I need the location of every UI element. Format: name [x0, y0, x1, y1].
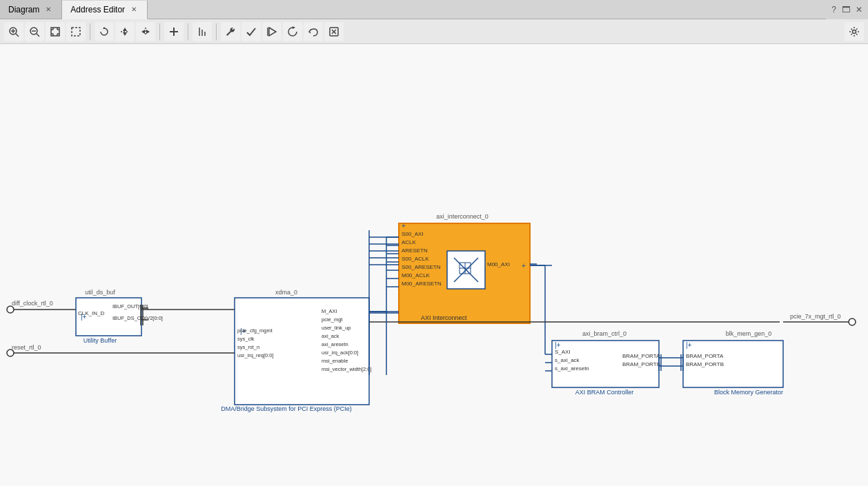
- svg-text:AXI Interconnect: AXI Interconnect: [421, 314, 467, 321]
- svg-text:M00_ACLK: M00_ACLK: [402, 272, 431, 279]
- toolbar-right: [845, 22, 864, 41]
- zoom-in-icon: [8, 26, 19, 37]
- drc-icon: [328, 26, 339, 37]
- undo-button[interactable]: [304, 22, 323, 41]
- svg-text:M00_AXI: M00_AXI: [487, 261, 510, 267]
- svg-text:axi_interconnect_0: axi_interconnect_0: [436, 213, 489, 220]
- svg-marker-26: [269, 28, 276, 36]
- svg-line-5: [37, 34, 39, 37]
- svg-text:+: +: [522, 262, 526, 270]
- diagram-svg: diff_clock_rtl_0 reset_rtl_0 util_ds_buf…: [0, 44, 868, 486]
- svg-text:ACLK: ACLK: [402, 239, 417, 245]
- svg-text:|+: |+: [686, 341, 692, 349]
- tab-address-editor-label: Address Editor: [70, 5, 125, 14]
- svg-marker-28: [293, 26, 295, 29]
- svg-text:+: +: [402, 222, 406, 230]
- help-button[interactable]: ?: [831, 5, 836, 14]
- svg-text:Utility Buffer: Utility Buffer: [83, 337, 117, 344]
- svg-text:sys_rst_n: sys_rst_n: [237, 344, 259, 350]
- zoom-out-icon: [29, 26, 40, 37]
- tab-diagram[interactable]: Diagram ✕: [0, 0, 62, 19]
- custom-icon: [197, 26, 208, 37]
- run-icon: [266, 26, 277, 37]
- rotate-button[interactable]: [95, 22, 114, 41]
- wrench-button[interactable]: [221, 22, 240, 41]
- svg-marker-19: [123, 28, 127, 31]
- tab-address-editor-close[interactable]: ✕: [129, 5, 139, 14]
- svg-text:BRAM_PORTB: BRAM_PORTB: [622, 361, 660, 367]
- svg-point-119: [849, 318, 856, 325]
- svg-text:sys_clk: sys_clk: [237, 336, 255, 342]
- svg-rect-16: [72, 28, 80, 36]
- toolbar: ? 🗖 ✕: [0, 19, 868, 44]
- close-button[interactable]: ✕: [856, 5, 862, 14]
- add-icon: [168, 26, 179, 37]
- svg-text:msi_enable: msi_enable: [322, 358, 348, 364]
- rotate-icon: [99, 26, 110, 37]
- restore-button[interactable]: 🗖: [842, 5, 850, 14]
- settings-button[interactable]: [845, 22, 864, 41]
- svg-text:|+: |+: [555, 341, 561, 349]
- custom-button[interactable]: [193, 22, 212, 41]
- svg-text:axi_aresetn: axi_aresetn: [322, 341, 348, 347]
- svg-text:reset_rtl_0: reset_rtl_0: [12, 344, 41, 351]
- select-icon: [70, 26, 81, 37]
- svg-marker-23: [146, 30, 150, 34]
- svg-text:usr_irq_ack[0:0]: usr_irq_ack[0:0]: [322, 350, 358, 356]
- add-button[interactable]: [164, 22, 184, 41]
- sep3: [188, 23, 188, 40]
- undo-icon: [308, 26, 319, 37]
- svg-text:S00_AXI: S00_AXI: [402, 231, 424, 237]
- svg-text:pcie_7x_mgt_rtl_0: pcie_7x_mgt_rtl_0: [790, 313, 841, 320]
- svg-marker-20: [123, 32, 127, 36]
- svg-text:BRAM_PORTA: BRAM_PORTA: [622, 353, 660, 359]
- svg-marker-22: [141, 30, 145, 34]
- sep4: [216, 23, 217, 40]
- tab-diagram-label: Diagram: [8, 5, 39, 14]
- flip-v-button[interactable]: [115, 22, 135, 41]
- svg-text:usr_irq_req[0:0]: usr_irq_req[0:0]: [237, 352, 274, 358]
- svg-text:pcie_mgt: pcie_mgt: [322, 316, 343, 323]
- validate-button[interactable]: [241, 22, 261, 41]
- window-controls: ? 🗖 ✕: [826, 0, 868, 19]
- refresh-icon: [287, 26, 298, 37]
- zoom-in-button[interactable]: [4, 22, 23, 41]
- svg-text:Block Memory Generator: Block Memory Generator: [714, 389, 783, 396]
- sep2: [159, 23, 160, 40]
- svg-text:axi_bram_ctrl_0: axi_bram_ctrl_0: [582, 330, 627, 337]
- svg-text:DMA/Bridge Subsystem for PCI E: DMA/Bridge Subsystem for PCI Express (PC…: [221, 405, 352, 412]
- svg-line-1: [16, 34, 19, 37]
- svg-text:|+: |+: [81, 313, 87, 321]
- svg-text:xdma_0: xdma_0: [275, 289, 297, 296]
- svg-text:M00_ARESETN: M00_ARESETN: [402, 281, 442, 287]
- run-button[interactable]: [262, 22, 282, 41]
- diagram-canvas: diff_clock_rtl_0 reset_rtl_0 util_ds_buf…: [0, 44, 868, 486]
- fit-all-button[interactable]: [46, 22, 65, 41]
- svg-point-34: [7, 306, 14, 313]
- flip-v-icon: [119, 26, 130, 37]
- zoom-out-button[interactable]: [25, 22, 44, 41]
- drc-button[interactable]: [324, 22, 344, 41]
- svg-text:axi_ack: axi_ack: [322, 333, 339, 339]
- svg-text:s_axi_ack: s_axi_ack: [555, 357, 580, 363]
- svg-text:msi_vector_width[2:0]: msi_vector_width[2:0]: [322, 366, 372, 372]
- svg-text:user_link_up: user_link_up: [322, 325, 351, 331]
- tab-diagram-close[interactable]: ✕: [43, 5, 53, 14]
- refresh-button[interactable]: [283, 22, 302, 41]
- svg-text:ARESETN: ARESETN: [402, 247, 428, 254]
- validate-icon: [246, 26, 257, 37]
- svg-text:S00_ACLK: S00_ACLK: [402, 256, 429, 262]
- svg-text:pcie_cfg_mgmt: pcie_cfg_mgmt: [237, 327, 273, 334]
- tab-address-editor[interactable]: Address Editor ✕: [62, 1, 148, 19]
- svg-text:IBUF_DS_ODIV2[0:0]: IBUF_DS_ODIV2[0:0]: [112, 315, 163, 321]
- select-region-button[interactable]: [66, 22, 86, 41]
- svg-text:BRAM_PORTB: BRAM_PORTB: [686, 361, 724, 367]
- settings-icon: [849, 26, 860, 37]
- svg-text:S_AXI: S_AXI: [555, 349, 571, 355]
- svg-text:M_AXI: M_AXI: [322, 308, 337, 314]
- flip-h-button[interactable]: [136, 22, 155, 41]
- tab-bar: Diagram ✕ Address Editor ✕: [0, 0, 868, 19]
- svg-text:AXI BRAM Controller: AXI BRAM Controller: [575, 389, 634, 396]
- flip-h-icon: [140, 26, 151, 37]
- svg-text:diff_clock_rtl_0: diff_clock_rtl_0: [12, 300, 53, 307]
